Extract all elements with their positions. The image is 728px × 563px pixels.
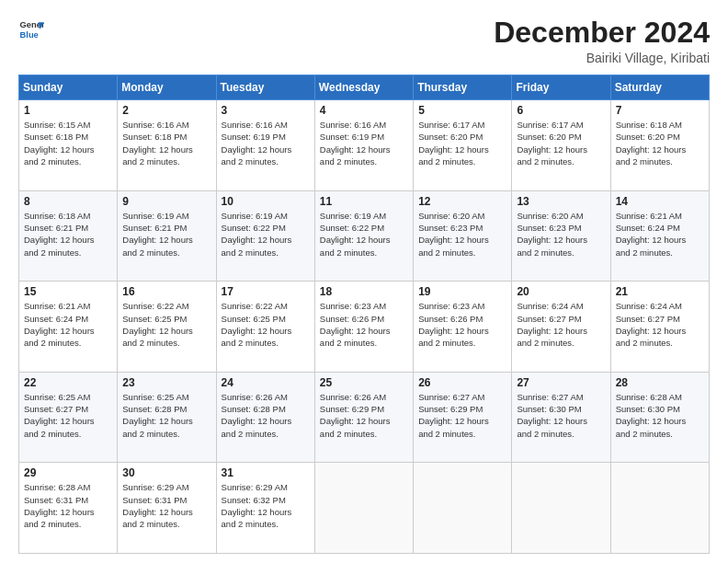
day-info: Sunrise: 6:29 AMSunset: 6:31 PMDaylight:… xyxy=(122,481,210,530)
calendar-cell: 25 Sunrise: 6:26 AMSunset: 6:29 PMDaylig… xyxy=(314,372,413,463)
day-info: Sunrise: 6:21 AMSunset: 6:24 PMDaylight:… xyxy=(616,210,704,259)
day-info: Sunrise: 6:24 AMSunset: 6:27 PMDaylight:… xyxy=(517,300,605,349)
calendar-cell: 14 Sunrise: 6:21 AMSunset: 6:24 PMDaylig… xyxy=(610,190,709,282)
calendar-cell: 8 Sunrise: 6:18 AMSunset: 6:21 PMDayligh… xyxy=(19,190,118,282)
calendar-cell: 13 Sunrise: 6:20 AMSunset: 6:23 PMDaylig… xyxy=(512,190,610,282)
weekday-header-tuesday: Tuesday xyxy=(216,75,314,100)
day-number: 18 xyxy=(320,285,408,298)
day-number: 15 xyxy=(24,285,112,298)
calendar-cell: 4 Sunrise: 6:16 AMSunset: 6:19 PMDayligh… xyxy=(314,100,413,191)
day-number: 13 xyxy=(517,195,605,208)
day-number: 24 xyxy=(222,376,310,389)
day-info: Sunrise: 6:29 AMSunset: 6:32 PMDaylight:… xyxy=(222,481,310,530)
day-info: Sunrise: 6:26 AMSunset: 6:29 PMDaylight:… xyxy=(320,391,408,440)
day-info: Sunrise: 6:17 AMSunset: 6:20 PMDaylight:… xyxy=(517,119,605,167)
calendar-cell: 29 Sunrise: 6:28 AMSunset: 6:31 PMDaylig… xyxy=(19,463,118,554)
weekday-header-sunday: Sunday xyxy=(19,75,118,100)
day-info: Sunrise: 6:23 AMSunset: 6:26 PMDaylight:… xyxy=(418,300,506,349)
weekday-header-row: SundayMondayTuesdayWednesdayThursdayFrid… xyxy=(19,75,710,100)
day-info: Sunrise: 6:19 AMSunset: 6:22 PMDaylight:… xyxy=(222,210,310,259)
day-info: Sunrise: 6:21 AMSunset: 6:24 PMDaylight:… xyxy=(24,300,112,349)
calendar-cell xyxy=(512,463,610,554)
calendar-cell: 19 Sunrise: 6:23 AMSunset: 6:26 PMDaylig… xyxy=(414,282,512,373)
calendar-cell: 5 Sunrise: 6:17 AMSunset: 6:20 PMDayligh… xyxy=(414,100,512,191)
calendar-cell: 16 Sunrise: 6:22 AMSunset: 6:25 PMDaylig… xyxy=(118,282,216,373)
day-number: 5 xyxy=(418,104,506,117)
day-info: Sunrise: 6:18 AMSunset: 6:20 PMDaylight:… xyxy=(616,119,704,167)
calendar-cell: 12 Sunrise: 6:20 AMSunset: 6:23 PMDaylig… xyxy=(414,190,512,282)
day-info: Sunrise: 6:25 AMSunset: 6:27 PMDaylight:… xyxy=(24,391,112,440)
day-info: Sunrise: 6:23 AMSunset: 6:26 PMDaylight:… xyxy=(320,300,408,349)
weekday-header-wednesday: Wednesday xyxy=(314,75,413,100)
calendar-cell: 31 Sunrise: 6:29 AMSunset: 6:32 PMDaylig… xyxy=(216,463,314,554)
day-number: 23 xyxy=(122,376,210,389)
calendar-cell: 30 Sunrise: 6:29 AMSunset: 6:31 PMDaylig… xyxy=(118,463,216,554)
calendar-cell: 18 Sunrise: 6:23 AMSunset: 6:26 PMDaylig… xyxy=(314,282,413,373)
day-number: 28 xyxy=(616,376,704,389)
day-number: 11 xyxy=(320,195,408,208)
week-row-3: 15 Sunrise: 6:21 AMSunset: 6:24 PMDaylig… xyxy=(19,282,710,373)
calendar-page: General Blue December 2024 Bairiki Villa… xyxy=(0,0,728,563)
calendar-cell: 10 Sunrise: 6:19 AMSunset: 6:22 PMDaylig… xyxy=(216,190,314,282)
calendar-cell: 27 Sunrise: 6:27 AMSunset: 6:30 PMDaylig… xyxy=(512,372,610,463)
day-number: 9 xyxy=(122,195,210,208)
calendar-cell: 11 Sunrise: 6:19 AMSunset: 6:22 PMDaylig… xyxy=(314,190,413,282)
calendar-cell: 1 Sunrise: 6:15 AMSunset: 6:18 PMDayligh… xyxy=(19,100,118,191)
day-number: 25 xyxy=(320,376,408,389)
weekday-header-thursday: Thursday xyxy=(414,75,512,100)
calendar-table: SundayMondayTuesdayWednesdayThursdayFrid… xyxy=(18,75,710,554)
weekday-header-saturday: Saturday xyxy=(610,75,709,100)
day-number: 31 xyxy=(222,466,310,479)
calendar-cell xyxy=(610,463,709,554)
calendar-cell: 17 Sunrise: 6:22 AMSunset: 6:25 PMDaylig… xyxy=(216,282,314,373)
weekday-header-friday: Friday xyxy=(512,75,610,100)
day-number: 27 xyxy=(517,376,605,389)
day-info: Sunrise: 6:16 AMSunset: 6:19 PMDaylight:… xyxy=(320,119,408,167)
day-number: 19 xyxy=(418,285,506,298)
day-number: 20 xyxy=(517,285,605,298)
day-number: 17 xyxy=(222,285,310,298)
day-number: 30 xyxy=(122,466,210,479)
day-number: 29 xyxy=(24,466,112,479)
calendar-cell: 9 Sunrise: 6:19 AMSunset: 6:21 PMDayligh… xyxy=(118,190,216,282)
day-info: Sunrise: 6:20 AMSunset: 6:23 PMDaylight:… xyxy=(517,210,605,259)
day-number: 2 xyxy=(122,104,210,117)
weekday-header-monday: Monday xyxy=(118,75,216,100)
calendar-cell: 15 Sunrise: 6:21 AMSunset: 6:24 PMDaylig… xyxy=(19,282,118,373)
day-number: 8 xyxy=(24,195,112,208)
calendar-cell: 2 Sunrise: 6:16 AMSunset: 6:18 PMDayligh… xyxy=(118,100,216,191)
day-info: Sunrise: 6:27 AMSunset: 6:30 PMDaylight:… xyxy=(517,391,605,440)
day-info: Sunrise: 6:25 AMSunset: 6:28 PMDaylight:… xyxy=(122,391,210,440)
logo: General Blue xyxy=(18,17,44,42)
day-info: Sunrise: 6:19 AMSunset: 6:21 PMDaylight:… xyxy=(122,210,210,259)
day-info: Sunrise: 6:22 AMSunset: 6:25 PMDaylight:… xyxy=(122,300,210,349)
day-number: 10 xyxy=(222,195,310,208)
day-number: 7 xyxy=(616,104,704,117)
calendar-cell: 21 Sunrise: 6:24 AMSunset: 6:27 PMDaylig… xyxy=(610,282,709,373)
calendar-cell: 20 Sunrise: 6:24 AMSunset: 6:27 PMDaylig… xyxy=(512,282,610,373)
day-info: Sunrise: 6:27 AMSunset: 6:29 PMDaylight:… xyxy=(418,391,506,440)
day-info: Sunrise: 6:16 AMSunset: 6:18 PMDaylight:… xyxy=(122,119,210,167)
day-info: Sunrise: 6:19 AMSunset: 6:22 PMDaylight:… xyxy=(320,210,408,259)
day-info: Sunrise: 6:28 AMSunset: 6:31 PMDaylight:… xyxy=(24,481,112,530)
calendar-cell: 6 Sunrise: 6:17 AMSunset: 6:20 PMDayligh… xyxy=(512,100,610,191)
logo-icon: General Blue xyxy=(18,17,44,42)
day-info: Sunrise: 6:16 AMSunset: 6:19 PMDaylight:… xyxy=(222,119,310,167)
calendar-cell: 7 Sunrise: 6:18 AMSunset: 6:20 PMDayligh… xyxy=(610,100,709,191)
day-number: 12 xyxy=(418,195,506,208)
title-area: December 2024 Bairiki Village, Kiribati xyxy=(494,17,710,65)
header: General Blue December 2024 Bairiki Villa… xyxy=(18,17,710,65)
main-title: December 2024 xyxy=(494,17,710,49)
calendar-cell xyxy=(314,463,413,554)
week-row-4: 22 Sunrise: 6:25 AMSunset: 6:27 PMDaylig… xyxy=(19,372,710,463)
svg-text:Blue: Blue xyxy=(20,30,39,40)
day-number: 26 xyxy=(418,376,506,389)
day-info: Sunrise: 6:20 AMSunset: 6:23 PMDaylight:… xyxy=(418,210,506,259)
day-info: Sunrise: 6:28 AMSunset: 6:30 PMDaylight:… xyxy=(616,391,704,440)
calendar-cell: 23 Sunrise: 6:25 AMSunset: 6:28 PMDaylig… xyxy=(118,372,216,463)
day-info: Sunrise: 6:18 AMSunset: 6:21 PMDaylight:… xyxy=(24,210,112,259)
day-number: 21 xyxy=(616,285,704,298)
day-info: Sunrise: 6:17 AMSunset: 6:20 PMDaylight:… xyxy=(418,119,506,167)
calendar-cell: 3 Sunrise: 6:16 AMSunset: 6:19 PMDayligh… xyxy=(216,100,314,191)
calendar-cell: 26 Sunrise: 6:27 AMSunset: 6:29 PMDaylig… xyxy=(414,372,512,463)
